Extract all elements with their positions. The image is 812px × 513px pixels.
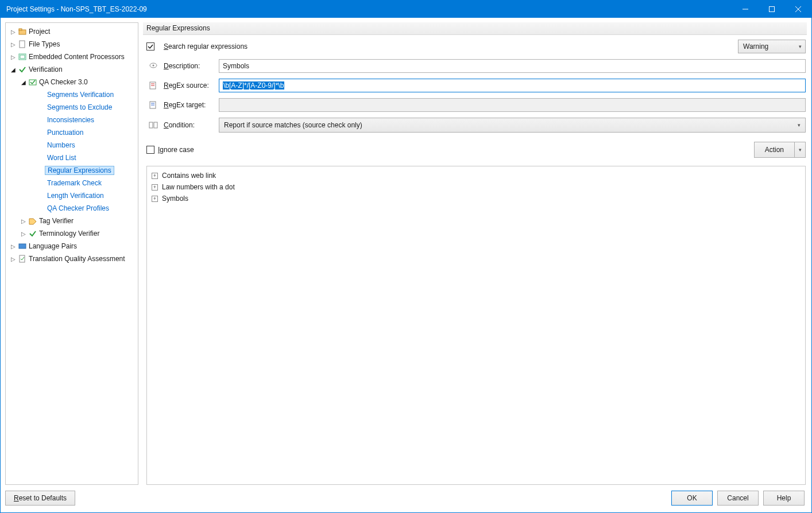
rule-item[interactable]: + Contains web link <box>152 170 801 181</box>
tree-item-file-types[interactable]: ▷ File Types <box>6 38 138 50</box>
tree-item-length-verification[interactable]: Length Verification <box>6 189 138 202</box>
severity-dropdown[interactable]: Warning ▾ <box>738 40 806 53</box>
input-value: \b[A-Z]*/[A-Z0-9/]*\b <box>223 81 284 90</box>
rules-list[interactable]: + Contains web link + Law numbers with a… <box>146 166 806 485</box>
input-value: Symbols <box>223 62 249 70</box>
action-button-dropdown[interactable]: ▾ <box>795 142 805 157</box>
search-regex-checkbox[interactable] <box>146 42 154 50</box>
svg-rect-11 <box>19 244 26 248</box>
expand-icon[interactable]: ▷ <box>9 29 17 35</box>
maximize-button[interactable] <box>759 1 785 18</box>
tree-item-project[interactable]: ▷ Project <box>6 25 138 38</box>
rule-item[interactable]: + Symbols <box>152 193 801 204</box>
regex-form: Description: Symbols RegEx source: \b[A-… <box>143 59 807 133</box>
expand-icon[interactable]: ▷ <box>9 243 17 250</box>
expand-icon[interactable]: ▷ <box>9 54 17 60</box>
reset-defaults-button[interactable]: Reset to Defaults <box>5 491 75 506</box>
tree-label: Tag Verifier <box>38 217 74 225</box>
regex-target-input[interactable] <box>219 98 806 112</box>
tree-item-embedded-content[interactable]: ▷ Embedded Content Processors <box>6 50 138 63</box>
tree-label: QA Checker Profiles <box>46 204 109 212</box>
titlebar: Project Settings - Non-SPS_TBT_ES-2022-0… <box>1 1 811 18</box>
minimize-icon <box>743 6 748 12</box>
expand-icon[interactable]: ▷ <box>9 256 17 262</box>
rule-label: Contains web link <box>160 172 216 180</box>
window-title: Project Settings - Non-SPS_TBT_ES-2022-0… <box>6 5 732 13</box>
tree-label: Translation Quality Assessment <box>28 255 125 263</box>
navigation-tree[interactable]: ▷ Project ▷ File Types ▷ Embedded Conten… <box>5 22 138 485</box>
tree-item-terminology-verifier[interactable]: ▷ Terminology Verifier <box>6 227 138 240</box>
project-settings-window: Project Settings - Non-SPS_TBT_ES-2022-0… <box>0 0 812 513</box>
tree-label: Project <box>28 28 50 36</box>
tree-item-language-pairs[interactable]: ▷ Language Pairs <box>6 240 138 252</box>
rule-label: Law numbers with a dot <box>160 183 235 191</box>
expand-plus-icon[interactable]: + <box>152 184 158 191</box>
chevron-down-icon: ▾ <box>799 147 802 153</box>
file-icon <box>17 40 28 48</box>
expand-icon[interactable]: ▷ <box>20 231 28 237</box>
regex-source-label: RegEx source: <box>164 81 219 90</box>
button-label: OK <box>687 494 697 502</box>
tree-item-qa-checker[interactable]: ◢ QA Checker 3.0 <box>6 76 138 88</box>
main-row: ▷ Project ▷ File Types ▷ Embedded Conten… <box>5 22 807 485</box>
dropdown-value: Report if source matches (source check o… <box>224 121 798 129</box>
expand-icon[interactable]: ▷ <box>20 218 28 224</box>
svg-rect-1 <box>770 7 775 12</box>
minimize-button[interactable] <box>732 1 759 18</box>
tree-item-segments-exclude[interactable]: Segments to Exclude <box>6 101 138 114</box>
ignore-case-checkbox[interactable] <box>146 146 154 154</box>
tree-label: Terminology Verifier <box>38 230 99 238</box>
collapse-icon[interactable]: ◢ <box>9 67 17 73</box>
tree-item-word-list[interactable]: Word List <box>6 151 138 164</box>
svg-marker-10 <box>29 219 36 224</box>
tree-item-numbers[interactable]: Numbers <box>6 139 138 151</box>
tree-item-regular-expressions[interactable]: Regular Expressions <box>6 164 138 177</box>
action-split-button[interactable]: Action ▾ <box>754 142 806 158</box>
rule-item[interactable]: + Law numbers with a dot <box>152 181 801 193</box>
tree-item-punctuation[interactable]: Punctuation <box>6 126 138 139</box>
tree-label: Segments to Exclude <box>46 103 112 111</box>
svg-rect-6 <box>20 41 25 48</box>
description-input[interactable]: Symbols <box>219 59 806 73</box>
description-icon <box>146 62 160 70</box>
embedded-icon <box>17 53 28 61</box>
tree-item-qa-profiles[interactable]: QA Checker Profiles <box>6 202 138 215</box>
dropdown-value: Warning <box>743 42 795 50</box>
condition-dropdown[interactable]: Report if source matches (source check o… <box>219 118 806 133</box>
expand-icon[interactable]: ▷ <box>9 41 17 48</box>
language-icon <box>17 242 28 250</box>
tree-item-trademark-check[interactable]: Trademark Check <box>6 177 138 189</box>
search-regex-label: Search regular expressions <box>160 42 248 50</box>
rule-label: Symbols <box>160 195 188 203</box>
regex-target-icon <box>146 101 160 109</box>
section-header: Regular Expressions <box>143 22 807 35</box>
tree-label: Inconsistencies <box>46 116 94 124</box>
tree-label: Trademark Check <box>46 179 102 187</box>
expand-plus-icon[interactable]: + <box>152 173 158 179</box>
chevron-down-icon: ▾ <box>798 122 801 128</box>
tree-label: Word List <box>46 154 76 162</box>
content-panel: Regular Expressions Search regular expre… <box>143 22 807 485</box>
expand-plus-icon[interactable]: + <box>152 196 158 202</box>
description-label: Description: <box>164 62 219 70</box>
help-button[interactable]: Help <box>763 491 805 506</box>
condition-label: Condition: <box>164 121 219 129</box>
tree-item-segments-verification[interactable]: Segments Verification <box>6 88 138 101</box>
close-icon <box>795 6 801 12</box>
tree-label: Embedded Content Processors <box>28 53 125 61</box>
cancel-button[interactable]: Cancel <box>717 491 759 506</box>
ok-button[interactable]: OK <box>671 491 713 506</box>
tree-item-tag-verifier[interactable]: ▷ Tag Verifier <box>6 215 138 227</box>
tree-item-inconsistencies[interactable]: Inconsistencies <box>6 114 138 126</box>
tree-item-verification[interactable]: ◢ Verification <box>6 63 138 76</box>
svg-rect-8 <box>20 55 25 59</box>
regex-source-input[interactable]: \b[A-Z]*/[A-Z0-9/]*\b <box>219 79 806 92</box>
collapse-icon[interactable]: ◢ <box>20 79 28 86</box>
tree-item-tqa[interactable]: ▷ Translation Quality Assessment <box>6 252 138 265</box>
ignore-case-label: Ignore case <box>154 146 194 154</box>
regex-target-label: RegEx target: <box>164 101 219 109</box>
window-controls <box>732 1 811 18</box>
close-button[interactable] <box>785 1 811 18</box>
tqa-icon <box>17 255 28 263</box>
action-button-main[interactable]: Action <box>755 142 795 157</box>
